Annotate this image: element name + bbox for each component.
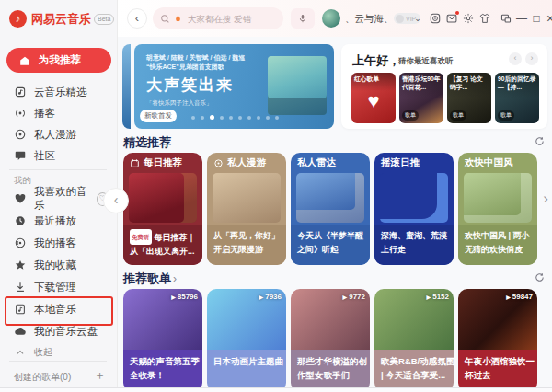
playlist-title: 欧美R&B/动感氛围| 今天适合享受... (374, 350, 454, 392)
app-title: 网易云音乐 (31, 11, 91, 28)
play-count: ▶59847 (506, 293, 533, 301)
featured-card-line2: 上行走 (381, 245, 406, 254)
playlist-tag: 歌单 (402, 110, 419, 121)
greeting-card[interactable]: 红心歌单 ♥ (351, 73, 396, 123)
sidebar-item-label: 最近播放 (34, 214, 76, 228)
greeting-card-title: 红心歌单 (351, 73, 396, 91)
playlist-title: 日本动画片主题曲 (207, 350, 286, 392)
collapse-label: 收起 (34, 346, 52, 359)
play-count: ▶9772 (343, 293, 365, 301)
sidebar-item-community[interactable]: 社区 (0, 144, 118, 167)
banner-previous-slide[interactable] (122, 44, 131, 129)
sidebar-item-cloud-select[interactable]: 云音乐精选 (0, 81, 118, 103)
flame-icon (174, 14, 182, 24)
close-button[interactable]: × (543, 10, 552, 27)
greeting-prev-button[interactable]: ‹ (509, 52, 522, 65)
featured-card-art (129, 173, 197, 223)
featured-card-line1: 每日推荐｜ (155, 233, 196, 242)
featured-card-line1: 欢快中国风 | 两小 (465, 231, 530, 240)
featured-card-line2: 之间》听起 (297, 245, 339, 254)
featured-card-rock[interactable]: 摇滚日推 深海、蜜湖、荒漠上行走 (374, 153, 454, 265)
featured-card-line2: 开启无限漫游 (213, 245, 263, 254)
sidebar-item-label: 云音乐精选 (34, 86, 87, 99)
search-input[interactable] (186, 13, 276, 25)
free-listen-badge: 免费听 (130, 229, 152, 245)
sidebar-item-cloud-disk[interactable]: 我的音乐云盘 (0, 320, 118, 342)
chevron-right-icon: › (173, 272, 177, 285)
featured-card-line2: 从「出现又离开... (130, 247, 195, 256)
chevron-up-icon (14, 346, 27, 359)
playlist-card[interactable]: ▶9772 那些才华横溢的创作型女歌手们 (291, 289, 370, 392)
row-prev-button[interactable]: ‹ (103, 188, 129, 213)
local-music-icon (14, 303, 27, 316)
user-name[interactable]: 、云与海、 (345, 13, 394, 26)
playlist-card[interactable]: ▶7936 日本动画片主题曲 (207, 289, 286, 392)
playlist-card[interactable]: ▶85796 天赐的声音第五季全收录！ (123, 289, 202, 392)
play-icon: ▶ (343, 294, 348, 300)
gear-icon[interactable] (462, 12, 475, 25)
greeting-card[interactable]: 【复习 论文 码字... 歌单 (447, 73, 491, 123)
search-icon (160, 14, 170, 24)
sidebar-item-recent[interactable]: 最近播放 (0, 210, 118, 232)
add-playlist-button[interactable]: ＋ (94, 369, 106, 382)
row-next-button[interactable]: › (543, 190, 548, 208)
featured-card-roaming[interactable]: 私人漫游 从「再见，你好」开启无限漫游 (207, 153, 286, 265)
greeting-card-title: 【复习 论文 码字... (447, 73, 491, 98)
banner[interactable]: 胡意斌 / 陆毅 / 关智斌 / 伯远 / 魏巡 “快乐ACE”兄弟团首支团歌 … (134, 44, 334, 129)
sidebar-divider (9, 361, 107, 362)
featured-card-chinese-style[interactable]: 欢快中国风 欢快中国风 | 两小无猜的欢快俏皮 (458, 153, 537, 265)
greeting-card[interactable]: 香港乐坛90年代百花... 歌单 (399, 73, 443, 123)
chevron-down-icon[interactable]: ⌄ (410, 10, 425, 27)
sidebar-item-label: 私人漫游 (34, 128, 76, 142)
sidebar-item-label: 下载管理 (34, 281, 76, 294)
sidebar: ♪ 网易云音乐 Beta 为我推荐 云音乐精选 播客 私人漫游 社区 我的 我喜… (0, 0, 118, 392)
radio-icon (14, 236, 27, 249)
featured-card-line2: 无猜的欢快俏皮 (465, 245, 523, 254)
featured-card-header: 摇滚日推 (381, 156, 420, 169)
sidebar-item-favorites[interactable]: 我的收藏 (0, 254, 118, 276)
banner-subtitle: “快乐ACE”兄弟团首支团歌 (146, 63, 224, 72)
greeting-next-button[interactable]: › (525, 52, 538, 65)
home-icon (18, 54, 31, 67)
search-box[interactable] (153, 7, 283, 29)
playlist-title: 那些才华横溢的创作型女歌手们 (291, 350, 370, 392)
download-icon (14, 281, 27, 294)
featured-card-radar[interactable]: 私人雷达 今天从《半梦半醒之间》听起 (291, 153, 370, 265)
sidebar-item-for-me[interactable]: 为我推荐 (6, 48, 111, 73)
play-count: ▶5152 (427, 293, 449, 301)
sidebar-divider (9, 169, 107, 170)
play-icon: ▶ (506, 294, 511, 300)
mail-icon[interactable] (445, 12, 458, 25)
disc-icon[interactable] (429, 12, 442, 25)
back-button[interactable]: ‹ (127, 8, 147, 29)
featured-section-title: 精选推荐 (123, 134, 171, 151)
sidebar-item-downloads[interactable]: 下载管理 (0, 276, 118, 298)
play-icon: ▶ (171, 294, 176, 300)
sidebar-item-my-podcast[interactable]: 我的播客 (0, 232, 118, 254)
sidebar-item-liked-music[interactable]: 我喜欢的音乐 ♡ (0, 188, 118, 210)
tshirt-icon[interactable] (478, 12, 491, 25)
greeting-title: 上午好， (352, 52, 400, 69)
listen-recognize-button[interactable] (291, 8, 315, 29)
greeting-card[interactable]: 90后的回忆录—【持... 歌单 (495, 73, 539, 123)
featured-card-daily[interactable]: 每日推荐 免费听每日推荐｜从「出现又离开... (123, 153, 202, 265)
banner-pagination-dots[interactable] (191, 115, 279, 120)
minimize-button[interactable]: — (514, 10, 529, 27)
refresh-icon[interactable] (534, 271, 546, 283)
podcast-icon (14, 107, 27, 120)
app-logo[interactable]: ♪ 网易云音乐 Beta (9, 10, 114, 28)
maximize-button[interactable]: □ (529, 10, 544, 27)
greeting-card-title: 90后的回忆录—【持... (495, 73, 539, 98)
sidebar-item-podcast[interactable]: 播客 (0, 102, 118, 124)
sidebar-item-roaming[interactable]: 私人漫游 (0, 123, 118, 145)
sidebar-item-local-music[interactable]: 本地音乐 (0, 298, 118, 320)
featured-card-header: 私人雷达 (297, 156, 336, 169)
refresh-icon[interactable] (534, 135, 546, 147)
featured-card-art (464, 173, 532, 223)
playlist-card[interactable]: ▶59847 午夜小酒馆独饮一杯过去 (458, 289, 537, 392)
user-avatar[interactable] (322, 9, 340, 28)
playlists-section-title[interactable]: 推荐歌单› (123, 271, 177, 287)
mini-mode-icon[interactable] (500, 12, 512, 25)
music-box-icon (14, 86, 27, 98)
playlist-card[interactable]: ▶5152 欧美R&B/动感氛围| 今天适合享受... (374, 289, 454, 392)
